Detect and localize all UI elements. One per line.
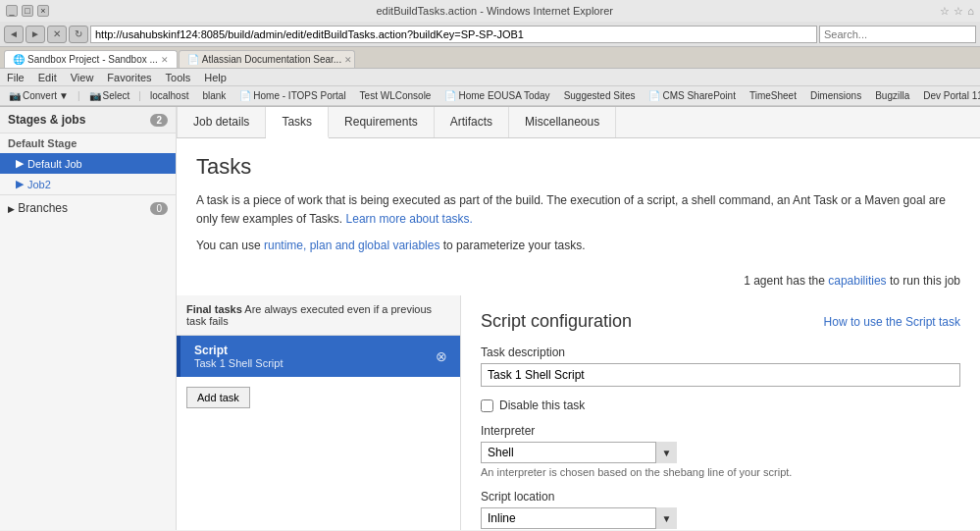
stages-jobs-label: Stages & jobs [8, 113, 85, 127]
job2-label: Job2 [27, 179, 51, 190]
tab-tasks[interactable]: Tasks [266, 107, 329, 138]
bookmark-bugzilla[interactable]: Bugzilla [870, 88, 914, 103]
interpreter-group: Interpreter Shell Bash /bin/sh /bin/bash… [481, 424, 960, 478]
minimize-button[interactable]: _ [6, 5, 18, 17]
bookmark-test-wl[interactable]: Test WLConsole [355, 88, 437, 103]
script-location-group: Script location Inline File ▼ [481, 490, 960, 529]
tab-artifacts[interactable]: Artifacts [435, 107, 509, 137]
menu-bar: File Edit View Favorites Tools Help [0, 69, 980, 86]
task-close-button[interactable]: ⊗ [433, 347, 450, 365]
tab-icon-0: 🌐 [13, 54, 25, 65]
bookmark-suggested[interactable]: Suggested Sites [559, 88, 641, 103]
branches-section[interactable]: ▶ Branches 0 [0, 194, 176, 221]
menu-file[interactable]: File [4, 72, 27, 83]
task-description-label: Task description [481, 345, 960, 359]
help-link[interactable]: How to use the Script task [824, 315, 960, 329]
content-area: Tasks A task is a piece of work that is … [177, 138, 980, 268]
task-description-group: Task description [481, 345, 960, 387]
capabilities-link[interactable]: capabilities [828, 274, 886, 288]
branches-count: 0 [150, 202, 168, 215]
task-item-content: Script Task 1 Shell Script [194, 344, 433, 369]
page-title: Tasks [196, 154, 960, 180]
learn-more-link[interactable]: Learn more about tasks. [346, 212, 473, 226]
task-description-input[interactable] [481, 363, 960, 387]
interpreter-hint: An interpreter is chosen based on the sh… [481, 466, 960, 478]
bookmark-home-eousa[interactable]: 📄 Home EOUSA Today [439, 88, 554, 103]
menu-edit[interactable]: Edit [35, 72, 60, 83]
close-button[interactable]: × [37, 5, 49, 17]
task-border [177, 336, 181, 377]
script-location-select-wrapper: Inline File ▼ [481, 507, 677, 529]
stop-button[interactable]: ✕ [47, 26, 67, 43]
disable-task-label: Disable this task [499, 398, 585, 412]
branches-chevron: ▶ [8, 204, 15, 214]
interpreter-select[interactable]: Shell Bash /bin/sh /bin/bash [481, 442, 677, 463]
variables-link[interactable]: runtime, plan and global variables [264, 239, 439, 252]
sidebar-job-default[interactable]: ▶ Default Job [0, 153, 176, 174]
job-icon-inactive: ▶ [16, 178, 24, 190]
disable-task-checkbox[interactable] [481, 399, 493, 412]
bookmarks-bar: 📷 Convert ▼ | 📷 Select | localhost blank… [0, 86, 980, 106]
description-text: A task is a piece of work that is being … [196, 191, 960, 229]
title-bar: _ □ × editBuildTasks.action - Windows In… [0, 0, 980, 22]
refresh-button[interactable]: ↻ [69, 26, 88, 43]
bookmark-dimensions[interactable]: Dimensions [805, 88, 866, 103]
interpreter-label: Interpreter [481, 424, 960, 438]
script-config-header: Script configuration How to use the Scri… [481, 311, 960, 332]
bookmark-convert[interactable]: 📷 Convert ▼ [4, 88, 74, 103]
task-subtitle: Task 1 Shell Script [194, 357, 433, 369]
home-icon: ⌂ [967, 5, 974, 18]
script-location-select[interactable]: Inline File [481, 507, 677, 529]
agent-info: 1 agent has the capabilities to run this… [196, 274, 960, 288]
tab-close-1[interactable]: ✕ [344, 55, 352, 65]
right-col: Script configuration How to use the Scri… [461, 295, 980, 530]
task-title: Script [194, 344, 433, 357]
bookmark-home-itops[interactable]: 📄 Home - ITOPS Portal [234, 88, 350, 103]
main-content: Job details Tasks Requirements Artifacts… [177, 107, 980, 530]
star-icon: ☆ [940, 5, 950, 18]
app: Stages & jobs 2 Default Stage ▶ Default … [0, 107, 980, 530]
rss-icon: ☆ [954, 5, 963, 18]
job-icon-active: ▶ [16, 157, 24, 170]
tab-close-0[interactable]: ✕ [161, 55, 169, 65]
bookmark-dev-portal[interactable]: Dev Portal 11G [918, 88, 980, 103]
search-bar[interactable] [819, 26, 976, 43]
script-location-label: Script location [481, 490, 960, 504]
bookmark-blank[interactable]: blank [197, 88, 231, 103]
bookmark-localhost[interactable]: localhost [145, 88, 193, 103]
menu-favorites[interactable]: Favorites [104, 72, 154, 83]
tab-label-0: Sandbox Project - Sandbox ... [27, 54, 158, 65]
bookmark-timesheet[interactable]: TimeSheet [745, 88, 801, 103]
script-config-title: Script configuration [481, 311, 632, 332]
final-tasks-header: Final tasks Are always executed even if … [177, 295, 460, 336]
page-tabs: Job details Tasks Requirements Artifacts… [177, 107, 980, 138]
tab-miscellaneous[interactable]: Miscellaneous [509, 107, 616, 137]
final-tasks-label: Final tasks [186, 303, 242, 315]
stages-jobs-count: 2 [150, 114, 168, 127]
maximize-button[interactable]: □ [22, 5, 33, 17]
stages-jobs-header[interactable]: Stages & jobs 2 [0, 107, 176, 133]
bookmark-select[interactable]: 📷 Select [84, 88, 135, 103]
browser-tab-1[interactable]: 📄 Atlassian Documentation Sear... ✕ [179, 50, 355, 68]
two-col-layout: Final tasks Are always executed even if … [177, 295, 980, 530]
menu-help[interactable]: Help [201, 72, 230, 83]
back-button[interactable]: ◄ [4, 26, 24, 43]
menu-tools[interactable]: Tools [163, 72, 194, 83]
default-stage: Default Stage [0, 133, 176, 153]
tab-job-details[interactable]: Job details [177, 107, 266, 137]
address-bar[interactable] [90, 26, 817, 43]
window-title: editBuildTasks.action - Windows Internet… [376, 5, 613, 17]
task-item[interactable]: Script Task 1 Shell Script ⊗ [177, 336, 460, 377]
nav-bar: ◄ ► ✕ ↻ [0, 22, 980, 47]
variables-text: You can use runtime, plan and global var… [196, 239, 960, 252]
interpreter-select-wrapper: Shell Bash /bin/sh /bin/bash ▼ [481, 442, 677, 463]
title-bar-right: ☆ ☆ ⌂ [940, 5, 974, 18]
add-task-button[interactable]: Add task [186, 387, 250, 408]
browser-tabs-bar: 🌐 Sandbox Project - Sandbox ... ✕ 📄 Atla… [0, 47, 980, 69]
forward-button[interactable]: ► [26, 26, 45, 43]
menu-view[interactable]: View [68, 72, 97, 83]
sidebar-job-job2[interactable]: ▶ Job2 [0, 174, 176, 194]
browser-tab-0[interactable]: 🌐 Sandbox Project - Sandbox ... ✕ [4, 50, 178, 68]
tab-requirements[interactable]: Requirements [329, 107, 435, 137]
bookmark-cms[interactable]: 📄 CMS SharePoint [644, 88, 740, 103]
